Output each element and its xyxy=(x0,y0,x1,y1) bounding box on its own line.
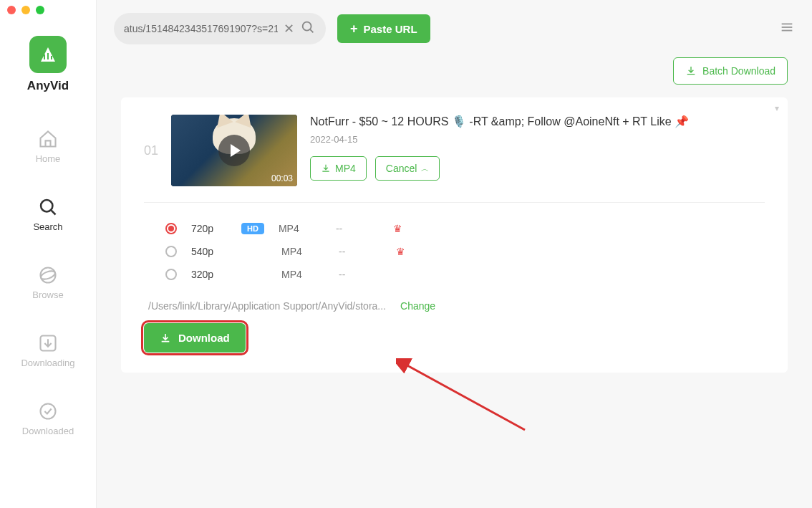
app-logo xyxy=(29,36,67,73)
svg-point-8 xyxy=(41,404,56,419)
menu-button[interactable] xyxy=(779,19,795,38)
plus-icon: + xyxy=(350,21,358,37)
radio-320p[interactable] xyxy=(165,269,177,280)
svg-line-4 xyxy=(52,211,56,215)
download-wrap: Download xyxy=(144,323,246,353)
paste-url-button[interactable]: + Paste URL xyxy=(337,14,430,43)
download-label: Download xyxy=(178,332,230,344)
crown-icon: ♛ xyxy=(393,223,402,234)
main-area: ✕ + Paste URL Batch Download ▾ 01 xyxy=(97,0,812,508)
nav-downloading[interactable]: Downloading xyxy=(21,333,74,368)
search-submit-icon[interactable] xyxy=(300,19,316,38)
nav-search[interactable]: Search xyxy=(33,197,62,232)
format-row[interactable]: 540p MP4 -- ♛ xyxy=(165,240,765,263)
result-index: 01 xyxy=(144,143,158,158)
collapse-icon[interactable]: ▾ xyxy=(775,103,779,113)
result-info: NotFurr - $50 ~ 12 HOURS 🎙️ -RT &amp; Fo… xyxy=(310,115,765,181)
topbar: ✕ + Paste URL xyxy=(97,0,812,57)
batch-download-button[interactable]: Batch Download xyxy=(673,57,788,85)
nav-downloaded[interactable]: Downloaded xyxy=(22,401,74,436)
card-header: 01 00:03 NotFurr - $50 ~ 12 HOURS 🎙️ -RT… xyxy=(144,115,765,186)
svg-point-9 xyxy=(303,22,311,31)
radio-540p[interactable] xyxy=(165,246,177,257)
mp4-label: MP4 xyxy=(335,163,356,174)
downloading-icon xyxy=(38,333,58,353)
video-date: 2022-04-15 xyxy=(310,134,765,145)
format-list: 720p HD MP4 -- ♛ 540p MP4 -- ♛ 320p MP4 … xyxy=(165,217,765,286)
nav-label: Browse xyxy=(32,289,63,300)
cancel-button[interactable]: Cancel ︿ xyxy=(375,156,440,181)
brand-label: AnyVid xyxy=(27,79,69,93)
mp4-button[interactable]: MP4 xyxy=(310,156,367,181)
window-controls xyxy=(7,6,44,14)
maximize-window-button[interactable] xyxy=(36,6,44,14)
browse-icon xyxy=(38,265,58,285)
video-thumbnail[interactable]: 00:03 xyxy=(171,115,297,186)
chevron-up-icon: ︿ xyxy=(421,163,429,174)
url-input[interactable] xyxy=(124,23,278,34)
nav-browse[interactable]: Browse xyxy=(32,265,63,300)
nav-label: Downloaded xyxy=(22,426,74,436)
radio-720p[interactable] xyxy=(165,223,177,234)
close-window-button[interactable] xyxy=(7,6,16,14)
change-path-link[interactable]: Change xyxy=(400,300,435,312)
svg-line-14 xyxy=(405,364,525,430)
nav-label: Search xyxy=(33,221,62,232)
clear-input-icon[interactable]: ✕ xyxy=(284,21,294,37)
batch-row: Batch Download xyxy=(97,57,812,97)
search-pill: ✕ xyxy=(114,13,326,44)
batch-download-label: Batch Download xyxy=(702,65,775,77)
play-icon xyxy=(218,135,250,166)
svg-rect-1 xyxy=(47,53,49,59)
minimize-window-button[interactable] xyxy=(21,6,30,14)
nav-label: Downloading xyxy=(21,358,74,368)
svg-rect-0 xyxy=(44,54,45,59)
downloaded-icon xyxy=(38,401,58,421)
hd-badge: HD xyxy=(241,223,264,234)
resolution-label: 720p xyxy=(191,223,227,234)
video-duration: 00:03 xyxy=(271,173,293,183)
size-label: -- xyxy=(339,269,382,280)
resolution-label: 320p xyxy=(191,269,227,280)
result-card: ▾ 01 00:03 NotFurr - $50 ~ 12 HOURS 🎙️ -… xyxy=(121,97,788,373)
paste-url-label: Paste URL xyxy=(364,23,417,35)
format-row[interactable]: 720p HD MP4 -- ♛ xyxy=(165,217,765,240)
save-path: /Users/link/Library/Application Support/… xyxy=(148,300,386,312)
cancel-label: Cancel xyxy=(386,163,417,174)
nav-home[interactable]: Home xyxy=(36,129,61,164)
search-icon xyxy=(38,197,58,217)
format-row[interactable]: 320p MP4 -- xyxy=(165,263,765,286)
download-button[interactable]: Download xyxy=(144,323,246,353)
size-label: -- xyxy=(339,246,382,257)
sidebar: AnyVid Home Search Browse Downloading Do… xyxy=(0,0,97,508)
svg-rect-2 xyxy=(51,56,52,59)
format-label: MP4 xyxy=(281,246,324,257)
resolution-label: 540p xyxy=(191,246,227,257)
result-actions: MP4 Cancel ︿ xyxy=(310,156,765,181)
crown-icon: ♛ xyxy=(396,246,405,257)
video-title: NotFurr - $50 ~ 12 HOURS 🎙️ -RT &amp; Fo… xyxy=(310,115,765,128)
format-label: MP4 xyxy=(281,269,324,280)
home-icon xyxy=(38,129,58,149)
nav-label: Home xyxy=(36,153,61,164)
size-label: -- xyxy=(336,223,379,234)
svg-line-10 xyxy=(310,29,313,32)
divider xyxy=(144,202,765,203)
svg-point-3 xyxy=(41,200,52,211)
format-label: MP4 xyxy=(279,223,322,234)
save-path-row: /Users/link/Library/Application Support/… xyxy=(148,300,765,312)
